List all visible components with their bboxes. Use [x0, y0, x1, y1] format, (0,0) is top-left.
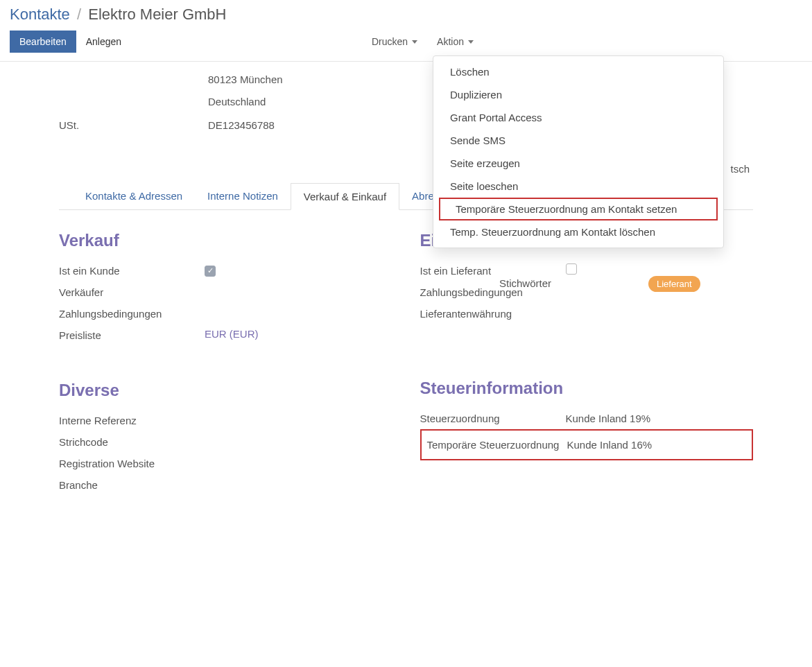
tab-sales-purchase[interactable]: Verkauf & Einkauf [291, 183, 399, 210]
action-item-send-sms[interactable]: Sende SMS [433, 129, 723, 152]
breadcrumb: Kontakte / Elektro Meier GmbH [0, 0, 812, 28]
tab-contacts-addresses[interactable]: Kontakte & Adressen [73, 183, 195, 210]
value-temp-tax-mapping: Kunde Inland 16% [567, 439, 747, 451]
label-industry: Branche [59, 478, 205, 492]
label-tax-mapping: Steuerzuordnung [420, 411, 566, 426]
action-item-delete[interactable]: Löschen [433, 60, 723, 83]
label-payment-terms-sale: Zahlungsbedingungen [59, 306, 205, 321]
breadcrumb-separator: / [77, 6, 81, 23]
label-is-customer: Ist ein Kunde [59, 263, 205, 278]
tag-lieferant[interactable]: Lieferant [648, 276, 700, 292]
breadcrumb-parent-link[interactable]: Kontakte [10, 6, 70, 23]
tab-internal-notes[interactable]: Interne Notizen [195, 183, 291, 210]
edit-button[interactable]: Bearbeiten [10, 31, 76, 53]
caret-down-icon [468, 40, 474, 44]
action-item-portal-access[interactable]: Grant Portal Access [433, 106, 723, 129]
label-pricelist: Preisliste [59, 328, 205, 343]
action-item-set-temp-tax[interactable]: Temporäre Steuerzuordnung am Kontakt set… [439, 198, 718, 220]
side-label-stichwoerter: Stichwörter [499, 274, 551, 293]
label-salesperson: Verkäufer [59, 285, 205, 300]
section-diverse-title: Diverse [59, 381, 392, 400]
checkbox-is-customer[interactable]: ✓ [205, 266, 216, 277]
highlight-temp-tax: Temporäre Steuerzuordnung Kunde Inland 1… [420, 429, 754, 460]
action-dropdown[interactable]: Aktion [427, 31, 483, 53]
value-pricelist[interactable]: EUR (EUR) [205, 328, 392, 340]
print-label: Drucken [372, 36, 408, 47]
action-label: Aktion [437, 36, 464, 47]
check-icon: ✓ [207, 266, 214, 275]
label-barcode: Strichcode [59, 435, 205, 449]
caret-down-icon [412, 40, 417, 44]
label-reg-website: Registration Website [59, 456, 205, 471]
value-tax-mapping: Kunde Inland 19% [566, 413, 754, 424]
action-item-delete-page[interactable]: Seite loeschen [433, 175, 723, 198]
ust-value: DE123456788 [208, 119, 275, 131]
print-dropdown[interactable]: Drucken [362, 31, 427, 53]
create-button[interactable]: Anlegen [76, 31, 131, 53]
toolbar: Bearbeiten Anlegen Drucken Aktion Lösche… [0, 28, 812, 62]
checkbox-is-supplier[interactable] [566, 263, 577, 275]
action-item-delete-temp-tax[interactable]: Temp. Steuerzuordnung am Kontakt löschen [433, 220, 723, 243]
language-peek: tsch [730, 163, 750, 175]
action-dropdown-menu: Löschen Duplizieren Grant Portal Access … [433, 55, 724, 248]
label-internal-ref: Interne Referenz [59, 413, 205, 428]
action-item-duplicate[interactable]: Duplizieren [433, 83, 723, 106]
label-supplier-currency: Lieferantenwährung [420, 306, 566, 321]
ust-label: USt. [59, 119, 208, 131]
section-steuer-title: Steuerinformation [420, 379, 754, 398]
breadcrumb-current: Elektro Meier GmbH [88, 6, 226, 23]
action-item-create-page[interactable]: Seite erzeugen [433, 152, 723, 175]
label-temp-tax-mapping: Temporäre Steuerzuordnung [427, 438, 567, 452]
section-verkauf-title: Verkauf [59, 231, 392, 250]
